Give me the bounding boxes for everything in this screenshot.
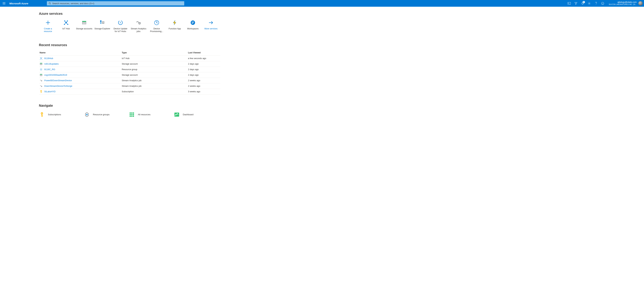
svg-rect-31 xyxy=(193,23,194,24)
nav-tile-key[interactable]: Subscriptions xyxy=(39,111,84,119)
service-tile-storageexplorer[interactable]: Storage Explorer xyxy=(93,19,111,34)
svg-rect-64 xyxy=(133,114,134,115)
svg-rect-17 xyxy=(82,24,86,24)
svg-rect-66 xyxy=(131,116,132,117)
settings-button[interactable] xyxy=(586,0,593,7)
grid-icon xyxy=(130,112,134,117)
search-input[interactable] xyxy=(52,2,182,5)
nav-tile-rg[interactable]: Resource groups xyxy=(84,111,129,119)
svg-rect-39 xyxy=(40,64,42,64)
resource-link[interactable]: rs9116updates xyxy=(44,63,59,65)
cloud-shell-button[interactable] xyxy=(566,0,572,7)
svg-rect-2 xyxy=(568,2,570,5)
resource-type: Stream Analytics job xyxy=(121,78,187,83)
iothub-icon xyxy=(63,20,69,26)
service-label: Device Provisioning... xyxy=(148,27,165,33)
search-box[interactable] xyxy=(47,1,184,6)
svg-rect-52 xyxy=(41,91,42,93)
resource-type: Subscription xyxy=(121,89,187,94)
col-header-last[interactable]: Last Viewed xyxy=(187,50,220,56)
service-label: Storage Explorer xyxy=(94,27,110,30)
services-row: Create a resourceIoT HubStorage accounts… xyxy=(39,19,260,34)
service-label: Device Update for IoT Hubs xyxy=(112,27,129,33)
resource-link[interactable]: csg10032000aa4b3519 xyxy=(44,74,67,76)
plus-icon xyxy=(45,20,51,26)
search-icon xyxy=(49,2,51,5)
nav-label: Subscriptions xyxy=(48,113,61,116)
resource-link[interactable]: PowerBIDownStreamDevice xyxy=(44,79,72,82)
svg-point-27 xyxy=(191,21,195,25)
svg-rect-60 xyxy=(131,112,132,114)
resource-link[interactable]: 9116Hub xyxy=(44,57,53,60)
key-icon xyxy=(40,112,44,117)
nav-tile-grid[interactable]: All resources xyxy=(129,111,174,119)
svg-line-1 xyxy=(50,4,51,5)
svg-rect-57 xyxy=(42,116,43,116)
svg-point-49 xyxy=(41,86,42,87)
svg-rect-58 xyxy=(86,114,88,115)
account-menu[interactable]: ajbelugu@silabs.com SILICON LABORATORIES… xyxy=(606,0,644,7)
resource-type: Resource group xyxy=(121,67,187,72)
svg-point-6 xyxy=(602,3,602,3)
table-row: 9116HubIoT Huba few seconds ago xyxy=(39,56,220,61)
resource-last-viewed: 2 weeks ago xyxy=(187,78,220,83)
service-tile-functionapp[interactable]: Function App xyxy=(166,19,184,34)
service-label: Storage accounts xyxy=(76,27,92,30)
svg-point-4 xyxy=(596,4,596,5)
service-tile-storage[interactable]: Storage accounts xyxy=(75,19,93,34)
avatar xyxy=(638,1,643,6)
svg-rect-53 xyxy=(41,92,42,92)
resource-type: Storage account xyxy=(121,72,187,78)
svg-rect-37 xyxy=(40,63,42,63)
streamanalytics-icon xyxy=(136,20,142,26)
notifications-button[interactable]: 1 xyxy=(579,0,586,7)
storage-sm-icon xyxy=(40,74,42,76)
svg-rect-59 xyxy=(130,112,131,114)
service-tile-plus[interactable]: Create a resource xyxy=(39,19,57,34)
brand-name[interactable]: Microsoft Azure xyxy=(8,2,32,5)
service-tile-deviceupdate[interactable]: Device Update for IoT Hubs xyxy=(111,19,130,34)
resource-link[interactable]: SiLabsHYD xyxy=(44,90,56,93)
service-tile-streamanalytics[interactable]: Stream Analytics jobs xyxy=(130,19,148,34)
svg-rect-13 xyxy=(82,21,86,22)
svg-rect-45 xyxy=(40,75,42,75)
directory-filter-button[interactable] xyxy=(572,0,579,7)
svg-rect-30 xyxy=(192,23,193,24)
dashboard-icon xyxy=(174,112,179,117)
service-tile-arrow[interactable]: More services xyxy=(202,19,220,34)
feedback-button[interactable] xyxy=(600,0,606,7)
svg-rect-40 xyxy=(40,64,42,64)
col-header-name[interactable]: Name xyxy=(39,50,121,56)
rg-icon xyxy=(84,112,89,117)
arrow-icon xyxy=(208,20,214,26)
service-tile-dps[interactable]: Device Provisioning... xyxy=(148,19,166,34)
svg-rect-18 xyxy=(100,21,102,22)
svg-rect-67 xyxy=(133,116,134,117)
key-sm-icon xyxy=(40,90,42,93)
svg-rect-16 xyxy=(82,23,86,23)
resource-link[interactable]: 9116C_RG xyxy=(44,68,55,71)
svg-rect-43 xyxy=(40,74,42,75)
help-button[interactable] xyxy=(593,0,600,7)
nav-tile-dashboard[interactable]: Dashboard xyxy=(174,111,219,119)
storage-icon xyxy=(81,20,87,26)
svg-rect-56 xyxy=(42,114,42,117)
search-container xyxy=(47,1,184,6)
svg-rect-22 xyxy=(102,23,104,23)
resource-link[interactable]: DownStreamDeviceToStorge xyxy=(44,85,72,87)
table-row: SiLabsHYDSubscription3 weeks ago xyxy=(39,89,220,94)
svg-rect-63 xyxy=(131,114,132,115)
navigate-title: Navigate xyxy=(39,104,260,108)
col-header-type[interactable]: Type xyxy=(121,50,187,56)
service-tile-iothub[interactable]: IoT Hub xyxy=(57,19,75,34)
svg-point-34 xyxy=(40,59,40,59)
page-scroll[interactable]: Azure services Create a resourceIoT HubS… xyxy=(0,7,644,301)
resource-last-viewed: 2 days ago xyxy=(187,72,220,78)
service-tile-workspaces[interactable]: Workspaces xyxy=(184,19,202,34)
svg-point-55 xyxy=(42,113,42,114)
service-label: Stream Analytics jobs xyxy=(130,27,147,33)
resource-last-viewed: 3 weeks ago xyxy=(187,89,220,94)
service-label: Create a resource xyxy=(40,27,56,33)
hamburger-menu[interactable] xyxy=(0,0,8,7)
main-content: Azure services Create a resourceIoT HubS… xyxy=(39,7,260,125)
